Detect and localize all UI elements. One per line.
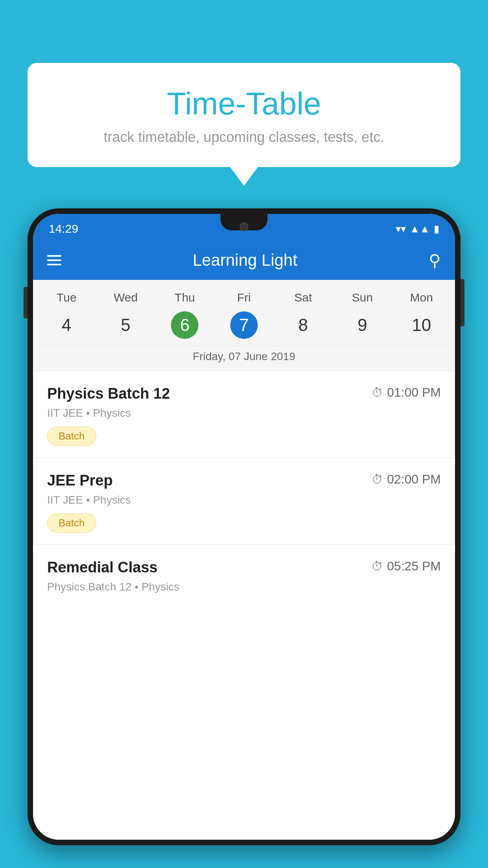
phone-camera: [240, 223, 248, 231]
phone-button-right: [460, 279, 464, 326]
day-7-selected[interactable]: 7: [230, 311, 258, 339]
schedule-item-3[interactable]: Remedial Class ⏱ 05:25 PM Physics Batch …: [33, 545, 455, 612]
schedule-item-3-header: Remedial Class ⏱ 05:25 PM: [47, 559, 441, 576]
schedule-item-1-tag: Batch: [47, 427, 96, 446]
day-header-fri: Fri: [215, 288, 274, 307]
schedule-item-1-time-label: 01:00 PM: [387, 385, 441, 400]
schedule-item-2-title: JEE Prep: [47, 472, 113, 489]
signal-icon: ▲▲: [410, 223, 430, 235]
schedule-item-1-meta: IIT JEE • Physics: [47, 407, 441, 419]
schedule-list: Physics Batch 12 ⏱ 01:00 PM IIT JEE • Ph…: [33, 371, 455, 840]
clock-icon-1: ⏱: [371, 386, 383, 399]
phone-mockup: 14:29 ▾▾ ▲▲ ▮ Learning Light ⚲: [28, 208, 460, 868]
selected-date-label: Friday, 07 June 2019: [33, 346, 455, 371]
day-numbers: 4 5 6 7 8 9 10: [33, 307, 455, 346]
phone-outer: 14:29 ▾▾ ▲▲ ▮ Learning Light ⚲: [28, 208, 460, 845]
day-header-sun: Sun: [333, 288, 392, 307]
schedule-item-2-tag: Batch: [47, 513, 96, 533]
schedule-item-1-header: Physics Batch 12 ⏱ 01:00 PM: [47, 385, 441, 402]
day-5[interactable]: 5: [96, 311, 156, 339]
app-title: Learning Light: [61, 251, 429, 270]
schedule-item-2[interactable]: JEE Prep ⏱ 02:00 PM IIT JEE • Physics Ba…: [33, 458, 455, 545]
calendar-strip: Tue Wed Thu Fri Sat Sun Mon 4 5 6 7 8 9 …: [33, 280, 455, 371]
day-header-sat: Sat: [273, 288, 333, 307]
schedule-item-1-title: Physics Batch 12: [47, 385, 170, 402]
schedule-item-1-time: ⏱ 01:00 PM: [371, 385, 441, 400]
phone-notch: [220, 214, 268, 230]
schedule-item-2-header: JEE Prep ⏱ 02:00 PM: [47, 472, 441, 489]
schedule-item-1[interactable]: Physics Batch 12 ⏱ 01:00 PM IIT JEE • Ph…: [33, 371, 455, 458]
wifi-icon: ▾▾: [396, 223, 406, 235]
search-button[interactable]: ⚲: [429, 251, 441, 270]
day-header-wed: Wed: [96, 288, 156, 307]
speech-bubble: Time-Table track timetable, upcoming cla…: [28, 63, 460, 167]
day-6-today[interactable]: 6: [171, 311, 198, 339]
day-headers: Tue Wed Thu Fri Sat Sun Mon: [33, 288, 455, 307]
day-header-tue: Tue: [37, 288, 96, 307]
schedule-item-3-time-label: 05:25 PM: [387, 559, 441, 574]
schedule-item-2-time-label: 02:00 PM: [387, 472, 441, 487]
phone-button-left: [24, 287, 28, 318]
timetable-title: Time-Table: [43, 86, 445, 121]
schedule-item-3-meta: Physics Batch 12 • Physics: [47, 581, 441, 593]
day-8[interactable]: 8: [273, 311, 333, 339]
hamburger-menu[interactable]: [47, 255, 61, 265]
schedule-item-3-time: ⏱ 05:25 PM: [371, 559, 441, 574]
app-bar: Learning Light ⚲: [33, 241, 455, 280]
schedule-item-3-title: Remedial Class: [47, 559, 158, 576]
status-time: 14:29: [49, 222, 78, 235]
clock-icon-2: ⏱: [371, 473, 383, 486]
day-header-mon: Mon: [392, 288, 451, 307]
day-9[interactable]: 9: [333, 311, 392, 339]
battery-icon: ▮: [434, 223, 439, 235]
schedule-item-2-meta: IIT JEE • Physics: [47, 494, 441, 506]
phone-screen: 14:29 ▾▾ ▲▲ ▮ Learning Light ⚲: [33, 214, 455, 840]
status-icons: ▾▾ ▲▲ ▮: [396, 223, 439, 235]
clock-icon-3: ⏱: [371, 560, 383, 573]
speech-bubble-container: Time-Table track timetable, upcoming cla…: [28, 63, 460, 167]
timetable-subtitle: track timetable, upcoming classes, tests…: [43, 129, 445, 145]
day-10[interactable]: 10: [392, 311, 451, 339]
day-4[interactable]: 4: [37, 311, 96, 339]
day-header-thu: Thu: [155, 288, 215, 307]
schedule-item-2-time: ⏱ 02:00 PM: [371, 472, 441, 487]
